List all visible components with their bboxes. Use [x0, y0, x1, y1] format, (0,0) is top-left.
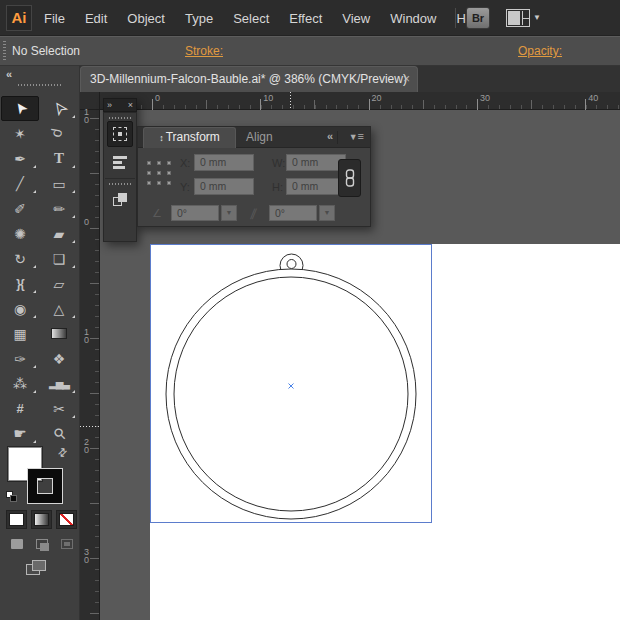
swap-fill-stroke-icon[interactable]: ⇄ [55, 445, 71, 461]
shear-angle-icon: ∥ [248, 207, 259, 220]
bauble-drawing[interactable] [150, 244, 432, 523]
y-input[interactable]: 0 mm [194, 178, 254, 195]
drawing-modes-row [6, 536, 78, 551]
dock-close-icon[interactable]: × [128, 99, 133, 111]
mesh-tool[interactable]: ▦ [1, 321, 39, 346]
draw-behind-icon[interactable] [31, 536, 53, 551]
ruler-tick-label: 10 [84, 108, 91, 124]
vertical-ruler[interactable]: 100102030 [80, 110, 100, 620]
tools-collapse-icon[interactable]: « [6, 68, 11, 80]
scale-tool[interactable]: ❏ [40, 246, 78, 271]
panel-dock-strip: » × [103, 112, 137, 242]
shear-input[interactable]: 0° [269, 205, 317, 221]
menu-item[interactable]: Edit [85, 11, 107, 26]
control-bar-grip[interactable] [3, 41, 6, 62]
free-transform-tool[interactable]: ▱ [40, 271, 78, 296]
document-close-icon[interactable]: × [403, 67, 410, 91]
pathfinder-panel-icon[interactable] [107, 187, 133, 213]
arrange-documents-icon[interactable] [506, 9, 530, 27]
horizontal-ruler[interactable]: 0 10 20 30 40 [100, 92, 620, 110]
menu-item[interactable]: Object [127, 11, 165, 26]
illustrator-window: Ai FileEditObjectTypeSelectEffectViewWin… [0, 0, 620, 620]
tab-transform[interactable]: ↕Transform [143, 127, 236, 148]
type-tool[interactable]: T [40, 146, 78, 171]
eraser-tool[interactable]: ▰ [40, 221, 78, 246]
gradient-button[interactable] [31, 510, 52, 529]
align-panel-icon[interactable] [107, 149, 133, 175]
gradient-tool[interactable] [40, 321, 78, 346]
menu-item[interactable]: File [44, 11, 65, 26]
column-graph-tool[interactable]: ▂▅▃ [40, 371, 78, 396]
color-mode-row [6, 510, 77, 529]
reference-point-locator[interactable] [147, 161, 171, 185]
dock-grip[interactable] [109, 117, 131, 119]
paintbrush-tool[interactable]: ✐ [1, 196, 39, 221]
transform-panel-tabs: ↕Transform Align « ▼≡ [138, 127, 370, 148]
magic-wand-tool[interactable]: ✶ [1, 121, 39, 146]
tools-panel-grip[interactable] [18, 84, 62, 86]
menu-items: FileEditObjectTypeSelectEffectViewWindow… [44, 0, 483, 36]
menu-item[interactable]: Effect [289, 11, 322, 26]
hand-tool[interactable]: ☛ [1, 421, 39, 446]
draw-inside-icon[interactable] [56, 536, 78, 551]
bridge-button[interactable]: Br [466, 7, 490, 29]
menu-item[interactable]: Type [185, 11, 213, 26]
symbol-sprayer-tool[interactable]: ⁂ [1, 371, 39, 396]
pencil-tool[interactable]: ✏ [40, 196, 78, 221]
line-segment-tool[interactable]: ╱ [1, 171, 39, 196]
constrain-proportions-button[interactable] [338, 159, 361, 197]
h-input[interactable]: 0 mm [286, 178, 346, 195]
x-input[interactable]: 0 mm [194, 154, 254, 171]
color-button[interactable] [6, 510, 27, 529]
menu-item[interactable]: Window [390, 11, 436, 26]
width-tool[interactable]: }{ [1, 271, 39, 296]
none-button[interactable] [56, 510, 77, 529]
stroke-panel-link[interactable]: Stroke: [185, 37, 223, 65]
opacity-panel-link[interactable]: Opacity: [518, 37, 562, 65]
bauble-outer-circle [166, 269, 416, 519]
panel-menu-icon[interactable]: ▼≡ [349, 127, 364, 148]
document-title: 3D-Millennium-Falcon-Bauble.ai* @ 386% (… [90, 67, 407, 91]
panel-cycle-icon[interactable]: ↕ [159, 133, 164, 143]
menu-item[interactable]: View [342, 11, 370, 26]
perspective-grid-tool[interactable]: △ [40, 296, 78, 321]
rotate-dropdown-button[interactable]: ▼ [221, 205, 237, 221]
blend-tool[interactable]: ❖ [40, 346, 78, 371]
rectangle-tool[interactable]: ▭ [40, 171, 78, 196]
default-fill-stroke-icon[interactable] [6, 491, 18, 503]
transform-panel-body: X: 0 mm W: 0 mm Y: 0 mm H: 0 mm ∠ 0° ▼ ∥ [138, 148, 370, 227]
slice-tool[interactable]: ✂ [40, 396, 78, 421]
selection-tool[interactable]: ➤ [1, 96, 39, 121]
transform-panel: ↕Transform Align « ▼≡ X: 0 mm W: 0 mm Y:… [137, 126, 371, 227]
zoom-tool[interactable]: ⚲ [40, 421, 78, 446]
chain-link-icon [345, 169, 355, 187]
arrange-documents-caret-icon[interactable]: ▼ [533, 13, 541, 22]
document-tab[interactable]: 3D-Millennium-Falcon-Bauble.ai* @ 386% (… [80, 66, 418, 92]
w-input[interactable]: 0 mm [286, 154, 346, 171]
lasso-tool[interactable]: ρ [40, 121, 78, 146]
eyedropper-tool[interactable]: ✑ [1, 346, 39, 371]
bauble-loop-hole [287, 260, 296, 269]
tab-align[interactable]: Align [246, 127, 273, 148]
app-logo: Ai [6, 5, 32, 31]
blob-brush-tool[interactable]: ✺ [1, 221, 39, 246]
rotate-input[interactable]: 0° [171, 205, 219, 221]
stroke-proxy-swatch[interactable] [28, 469, 62, 503]
dock-expand-icon[interactable]: » [107, 99, 112, 111]
rotate-tool[interactable]: ↻ [1, 246, 39, 271]
dock-grip[interactable] [109, 183, 131, 185]
artboard-tool[interactable]: # [1, 396, 39, 421]
pen-tool[interactable]: ✒ [1, 146, 39, 171]
tool-grid: ➤ ➤ ✶ ρ ✒ T ╱ ▭ ✐ ✏ [0, 96, 80, 446]
panel-collapse-icon[interactable]: « [327, 127, 332, 148]
menu-item[interactable]: Select [233, 11, 269, 26]
shear-dropdown-button[interactable]: ▼ [319, 205, 335, 221]
direct-selection-tool[interactable]: ➤ [40, 96, 78, 121]
dock-header: » × [103, 98, 137, 112]
transform-panel-icon[interactable] [107, 121, 133, 147]
ruler-tick-label: 30 [84, 548, 91, 564]
screen-mode-icon[interactable] [26, 560, 48, 578]
shape-builder-tool[interactable]: ◉ [1, 296, 39, 321]
menubar-divider [455, 8, 456, 28]
draw-normal-icon[interactable] [6, 536, 28, 551]
